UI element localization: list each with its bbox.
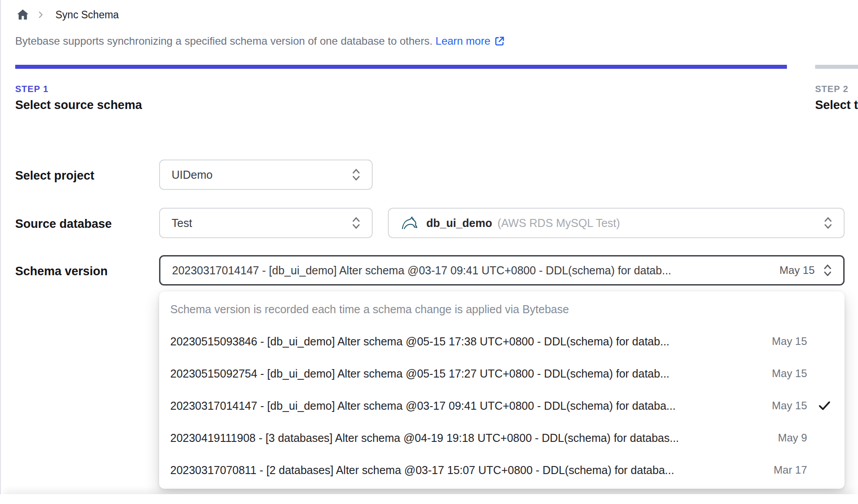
option-text: 20230317070811 - [2 databases] Alter sch… [170, 464, 761, 477]
schema-version-select-date: May 15 [779, 264, 815, 277]
select-updown-icon [351, 215, 361, 231]
description-text: Bytebase supports synchronizing a specif… [15, 35, 433, 47]
step-1-progress-bar [15, 65, 787, 69]
schema-version-select-value: 20230317014147 - [db_ui_demo] Alter sche… [172, 264, 773, 277]
option-date: May 9 [770, 432, 807, 444]
source-database-label: Source database [15, 217, 112, 231]
app-left-border [0, 0, 1, 504]
schema-version-option-selected[interactable]: 20230317014147 - [db_ui_demo] Alter sche… [159, 390, 845, 422]
database-select[interactable]: db_ui_demo (AWS RDS MySQL Test) [388, 208, 845, 238]
environment-select-value: Test [172, 217, 351, 230]
schema-version-option[interactable]: 20230419111908 - [3 databases] Alter sch… [159, 422, 845, 454]
select-project-label: Select project [15, 169, 94, 183]
select-updown-icon [823, 215, 833, 231]
environment-select[interactable]: Test [159, 208, 373, 238]
sticky-footer-edge [0, 494, 858, 504]
mysql-icon [400, 214, 419, 231]
home-icon[interactable] [16, 8, 29, 21]
step-1-title: Select source schema [15, 98, 787, 112]
project-select[interactable]: UIDemo [159, 160, 373, 190]
breadcrumb-separator-icon [36, 10, 46, 20]
option-date: May 15 [770, 399, 807, 412]
option-text: 20230419111908 - [3 databases] Alter sch… [170, 432, 761, 445]
step-progress: STEP 1 Select source schema STEP 2 Selec… [15, 65, 858, 112]
learn-more-link[interactable]: Learn more [436, 35, 506, 47]
database-select-value: db_ui_demo [426, 217, 492, 230]
step-1: STEP 1 Select source schema [15, 65, 787, 112]
select-updown-icon [351, 167, 361, 182]
option-text: 20230317014147 - [db_ui_demo] Alter sche… [170, 399, 761, 412]
schema-version-select[interactable]: 20230317014147 - [db_ui_demo] Alter sche… [159, 255, 845, 286]
step-2-title: Select t [815, 98, 858, 112]
project-select-value: UIDemo [172, 168, 351, 181]
step-1-label: STEP 1 [15, 84, 787, 94]
dropdown-hint: Schema version is recorded each time a s… [159, 294, 845, 325]
step-2-progress-bar [815, 65, 858, 69]
schema-version-option[interactable]: 20230515093846 - [db_ui_demo] Alter sche… [159, 325, 845, 357]
page-description: Bytebase supports synchronizing a specif… [15, 35, 505, 47]
external-link-icon [494, 35, 505, 47]
select-updown-icon [823, 263, 833, 278]
breadcrumb: Sync Schema [16, 8, 119, 21]
option-text: 20230515093846 - [db_ui_demo] Alter sche… [170, 335, 761, 348]
schema-version-label: Schema version [15, 265, 108, 278]
database-select-detail: (AWS RDS MySQL Test) [497, 217, 823, 230]
option-date: May 15 [770, 367, 807, 380]
option-text: 20230515092754 - [db_ui_demo] Alter sche… [170, 367, 761, 380]
schema-version-option[interactable]: 20230317070811 - [2 databases] Alter sch… [159, 454, 845, 486]
schema-version-option[interactable]: 20230515092754 - [db_ui_demo] Alter sche… [159, 357, 845, 390]
schema-version-dropdown: Schema version is recorded each time a s… [159, 291, 845, 489]
checkmark-icon [817, 398, 832, 413]
step-2: STEP 2 Select t [815, 65, 858, 112]
option-date: Mar 17 [770, 464, 807, 476]
check-slot [807, 398, 832, 413]
option-date: May 15 [770, 335, 807, 348]
page-title: Sync Schema [55, 9, 119, 21]
learn-more-label: Learn more [436, 35, 491, 47]
step-2-label: STEP 2 [815, 84, 858, 94]
